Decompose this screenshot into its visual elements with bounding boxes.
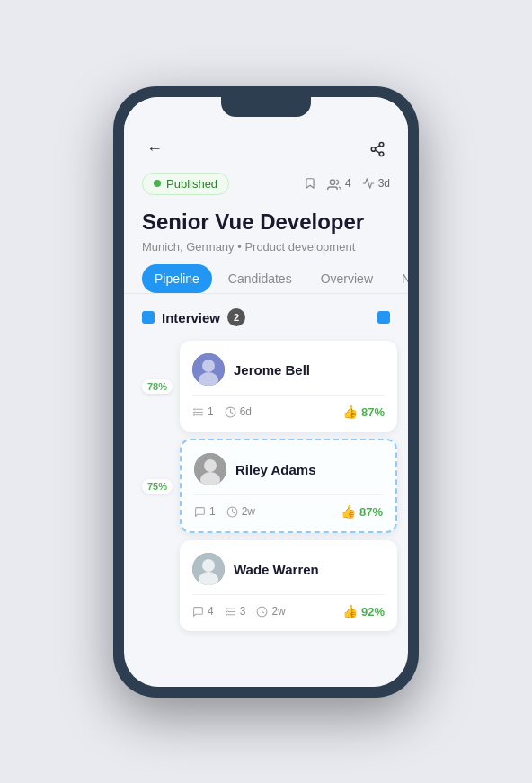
tasks-item-jerome: 1 [192, 405, 214, 418]
back-button[interactable]: ← [142, 137, 167, 162]
cards-area: 78% Jero [124, 337, 408, 635]
tasks-icon-wade [225, 606, 236, 618]
status-dot [154, 180, 161, 187]
candidate-header-wade: Wade Warren [192, 553, 385, 585]
stage-name: Interview [162, 310, 220, 325]
comments-count-wade: 4 [208, 605, 214, 618]
time-riley: 2w [242, 505, 255, 518]
svg-line-3 [375, 150, 379, 153]
divider-riley [194, 494, 383, 495]
share-button[interactable] [365, 137, 390, 162]
tab-overview[interactable]: Overview [308, 264, 386, 293]
tab-candidates[interactable]: Candidates [216, 264, 305, 293]
time-item-riley: 2w [226, 505, 255, 518]
job-title: Senior Vue Developer [124, 202, 408, 239]
comment-icon-wade [192, 606, 204, 618]
comments-item-wade: 4 [192, 605, 214, 618]
time-item-wade: 2w [256, 605, 285, 618]
screen-content: ← Published [124, 97, 408, 687]
activity-icon [362, 177, 375, 190]
published-badge: Published [142, 173, 229, 195]
stage-header: Interview 2 [124, 308, 408, 337]
phone-screen: ← Published [124, 97, 408, 687]
svg-point-7 [202, 360, 215, 372]
left-percent-riley: 75% [142, 479, 173, 494]
tabs-bar: Pipeline Candidates Overview Notes [124, 264, 408, 294]
candidate-name-riley: Riley Adams [235, 462, 315, 477]
pipeline-content: Interview 2 78% [124, 294, 408, 649]
svg-point-14 [204, 459, 217, 472]
match-percent-wade: 92% [361, 605, 385, 618]
status-text: Published [166, 177, 217, 191]
svg-point-5 [330, 180, 334, 184]
status-bar: Published 4 [124, 169, 408, 202]
stage-right-indicator [377, 311, 390, 324]
divider-wade [192, 594, 385, 595]
pipeline-row-jerome: 78% Jero [135, 337, 397, 435]
avatar-jerome [192, 353, 225, 386]
tasks-icon-jerome [192, 406, 204, 418]
thumb-icon-jerome: 👍 [342, 405, 358, 419]
comments-item-riley: 1 [194, 505, 216, 518]
stage-count-badge: 2 [227, 308, 245, 326]
candidate-name-wade: Wade Warren [234, 562, 319, 577]
svg-point-18 [202, 559, 215, 572]
team-count-item: 4 [327, 177, 351, 190]
job-location: Munich, Germany [142, 240, 235, 254]
thumb-icon-wade: 👍 [342, 604, 358, 618]
time-wade: 2w [271, 605, 285, 618]
clock-icon-riley [226, 506, 238, 518]
left-peek-jerome: 78% [135, 337, 180, 435]
comment-icon-riley [194, 506, 206, 518]
svg-line-4 [375, 145, 379, 147]
avatar-image-wade [192, 553, 225, 585]
clock-icon-wade [256, 606, 268, 618]
match-score-jerome: 👍 87% [342, 405, 385, 419]
team-icon [327, 177, 341, 190]
pipeline-row-wade: Wade Warren 4 [135, 537, 397, 635]
candidate-card-wade[interactable]: Wade Warren 4 [180, 540, 397, 631]
phone-frame: ← Published [113, 86, 419, 698]
left-peek-riley: 75% [135, 435, 180, 537]
status-actions: 4 3d [304, 177, 390, 190]
divider-jerome [192, 395, 385, 396]
candidate-header-riley: Riley Adams [194, 453, 383, 485]
candidate-card-riley[interactable]: Riley Adams 1 [180, 439, 397, 533]
stage-color-indicator [142, 311, 155, 324]
time-value: 3d [378, 177, 390, 190]
candidate-card-jerome[interactable]: Jerome Bell 1 [180, 341, 397, 432]
time-item: 3d [362, 177, 390, 190]
tasks-count-wade: 3 [240, 605, 246, 618]
avatar-image-jerome [192, 353, 225, 386]
pipeline-row-riley: 75% Rile [135, 435, 397, 537]
time-item-jerome: 6d [225, 405, 252, 418]
left-peek-wade [135, 537, 180, 635]
tasks-count-jerome: 1 [208, 405, 214, 418]
card-meta-jerome: 1 6d 👍 87% [192, 405, 385, 419]
card-meta-riley: 1 2w 👍 87% [194, 504, 383, 519]
tasks-item-wade: 3 [225, 605, 246, 618]
bookmark-icon [304, 177, 316, 190]
match-percent-jerome: 87% [361, 405, 385, 419]
tab-pipeline[interactable]: Pipeline [142, 264, 212, 293]
left-percent-jerome: 78% [142, 379, 173, 394]
tab-notes[interactable]: Notes [389, 264, 408, 293]
time-jerome: 6d [240, 405, 252, 418]
team-count: 4 [345, 177, 351, 190]
avatar-riley [194, 453, 226, 485]
match-percent-riley: 87% [359, 505, 383, 519]
card-meta-wade: 4 3 [192, 604, 385, 618]
bookmark-action[interactable] [304, 177, 316, 190]
avatar-image-riley [194, 453, 226, 485]
match-score-riley: 👍 87% [341, 504, 383, 519]
clock-icon-jerome [225, 406, 236, 418]
job-department: Product development [244, 240, 355, 254]
phone-notch [221, 97, 311, 117]
candidate-header-jerome: Jerome Bell [192, 353, 385, 386]
job-meta: Munich, Germany • Product development [124, 238, 408, 264]
match-score-wade: 👍 92% [342, 604, 385, 618]
comments-count-riley: 1 [209, 505, 216, 518]
candidate-name-jerome: Jerome Bell [234, 362, 310, 378]
thumb-icon-riley: 👍 [341, 504, 356, 519]
avatar-wade [192, 553, 225, 585]
